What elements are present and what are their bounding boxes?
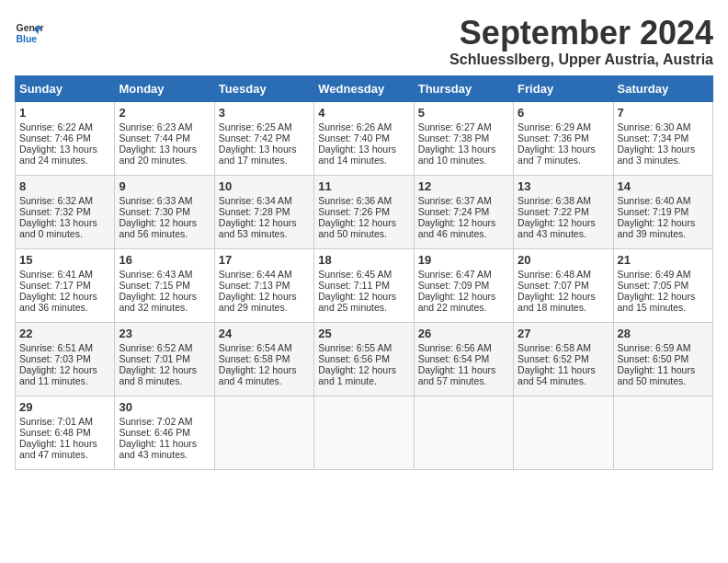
day-cell: 21 Sunrise: 6:49 AMSunset: 7:05 PMDaylig… bbox=[613, 248, 712, 322]
day-cell: 18 Sunrise: 6:45 AMSunset: 7:11 PMDaylig… bbox=[314, 248, 414, 322]
title-block: September 2024 Schluesslberg, Upper Aust… bbox=[449, 15, 713, 68]
weekday-header-row: Sunday Monday Tuesday Wednesday Thursday… bbox=[16, 75, 713, 101]
day-cell: 17 Sunrise: 6:44 AMSunset: 7:13 PMDaylig… bbox=[214, 248, 313, 322]
table-row: 22 Sunrise: 6:51 AMSunset: 7:03 PMDaylig… bbox=[16, 322, 713, 396]
day-cell: 15 Sunrise: 6:41 AMSunset: 7:17 PMDaylig… bbox=[16, 248, 115, 322]
empty-cell bbox=[613, 396, 712, 469]
day-cell: 13 Sunrise: 6:38 AMSunset: 7:22 PMDaylig… bbox=[514, 175, 613, 248]
day-cell: 6 Sunrise: 6:29 AMSunset: 7:36 PMDayligh… bbox=[514, 101, 613, 175]
day-cell: 25 Sunrise: 6:55 AMSunset: 6:56 PMDaylig… bbox=[314, 322, 414, 396]
day-cell: 16 Sunrise: 6:43 AMSunset: 7:15 PMDaylig… bbox=[115, 248, 214, 322]
day-cell: 29 Sunrise: 7:01 AMSunset: 6:48 PMDaylig… bbox=[16, 396, 115, 469]
table-row: 15 Sunrise: 6:41 AMSunset: 7:17 PMDaylig… bbox=[16, 248, 713, 322]
day-cell: 20 Sunrise: 6:48 AMSunset: 7:07 PMDaylig… bbox=[514, 248, 613, 322]
svg-text:Blue: Blue bbox=[17, 34, 38, 44]
day-cell: 14 Sunrise: 6:40 AMSunset: 7:19 PMDaylig… bbox=[613, 175, 712, 248]
empty-cell bbox=[414, 396, 513, 469]
day-cell: 7 Sunrise: 6:30 AMSunset: 7:34 PMDayligh… bbox=[613, 101, 712, 175]
page-header: General Blue September 2024 Schluesslber… bbox=[15, 15, 713, 68]
header-wednesday: Wednesday bbox=[314, 75, 414, 101]
header-thursday: Thursday bbox=[414, 75, 513, 101]
empty-cell bbox=[214, 396, 313, 469]
header-tuesday: Tuesday bbox=[214, 75, 313, 101]
day-cell: 26 Sunrise: 6:56 AMSunset: 6:54 PMDaylig… bbox=[414, 322, 513, 396]
day-cell: 2 Sunrise: 6:23 AMSunset: 7:44 PMDayligh… bbox=[115, 101, 214, 175]
table-row: 8 Sunrise: 6:32 AMSunset: 7:32 PMDayligh… bbox=[16, 175, 713, 248]
empty-cell bbox=[514, 396, 613, 469]
logo: General Blue bbox=[15, 18, 44, 48]
day-cell: 22 Sunrise: 6:51 AMSunset: 7:03 PMDaylig… bbox=[16, 322, 115, 396]
logo-icon: General Blue bbox=[15, 18, 44, 48]
table-row: 29 Sunrise: 7:01 AMSunset: 6:48 PMDaylig… bbox=[16, 396, 713, 469]
header-sunday: Sunday bbox=[16, 75, 115, 101]
day-cell: 10 Sunrise: 6:34 AMSunset: 7:28 PMDaylig… bbox=[214, 175, 313, 248]
header-monday: Monday bbox=[115, 75, 214, 101]
day-cell: 11 Sunrise: 6:36 AMSunset: 7:26 PMDaylig… bbox=[314, 175, 414, 248]
calendar-table: Sunday Monday Tuesday Wednesday Thursday… bbox=[15, 75, 713, 470]
day-cell: 28 Sunrise: 6:59 AMSunset: 6:50 PMDaylig… bbox=[613, 322, 712, 396]
day-cell: 1 Sunrise: 6:22 AMSunset: 7:46 PMDayligh… bbox=[16, 101, 115, 175]
day-cell: 12 Sunrise: 6:37 AMSunset: 7:24 PMDaylig… bbox=[414, 175, 513, 248]
day-cell: 4 Sunrise: 6:26 AMSunset: 7:40 PMDayligh… bbox=[314, 101, 414, 175]
day-cell: 8 Sunrise: 6:32 AMSunset: 7:32 PMDayligh… bbox=[16, 175, 115, 248]
header-saturday: Saturday bbox=[613, 75, 712, 101]
day-cell: 9 Sunrise: 6:33 AMSunset: 7:30 PMDayligh… bbox=[115, 175, 214, 248]
day-cell: 30 Sunrise: 7:02 AMSunset: 6:46 PMDaylig… bbox=[115, 396, 214, 469]
header-friday: Friday bbox=[514, 75, 613, 101]
day-cell: 27 Sunrise: 6:58 AMSunset: 6:52 PMDaylig… bbox=[514, 322, 613, 396]
month-title: September 2024 bbox=[449, 15, 713, 52]
table-row: 1 Sunrise: 6:22 AMSunset: 7:46 PMDayligh… bbox=[16, 101, 713, 175]
day-cell: 3 Sunrise: 6:25 AMSunset: 7:42 PMDayligh… bbox=[214, 101, 313, 175]
day-cell: 5 Sunrise: 6:27 AMSunset: 7:38 PMDayligh… bbox=[414, 101, 513, 175]
day-cell: 23 Sunrise: 6:52 AMSunset: 7:01 PMDaylig… bbox=[115, 322, 214, 396]
day-cell: 24 Sunrise: 6:54 AMSunset: 6:58 PMDaylig… bbox=[214, 322, 313, 396]
day-cell: 19 Sunrise: 6:47 AMSunset: 7:09 PMDaylig… bbox=[414, 248, 513, 322]
location-subtitle: Schluesslberg, Upper Austria, Austria bbox=[449, 52, 713, 68]
empty-cell bbox=[314, 396, 414, 469]
